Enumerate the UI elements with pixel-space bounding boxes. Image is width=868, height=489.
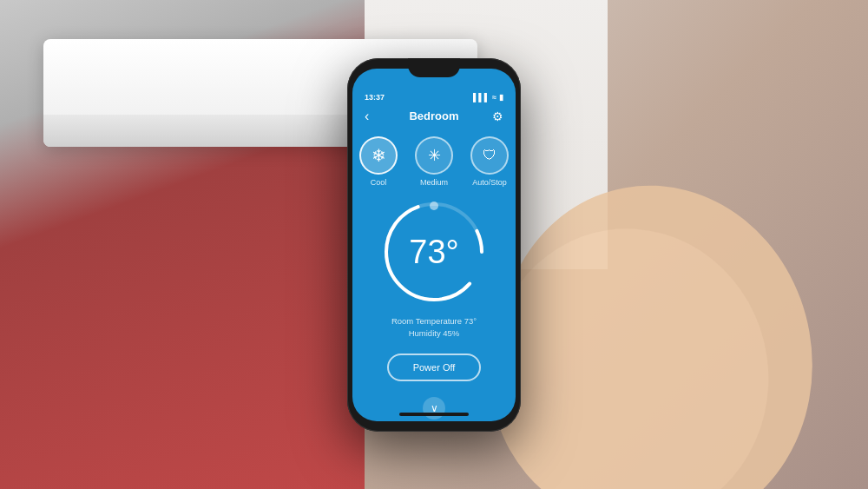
temperature-value: 73° xyxy=(409,235,458,268)
cool-icon: ❄ xyxy=(372,145,386,166)
mode-autostop[interactable]: 🛡 Auto/Stop xyxy=(470,136,509,187)
temp-display: 73° xyxy=(378,195,490,308)
autostop-icon-circle: 🛡 xyxy=(470,136,509,175)
battery-icon: ▮ xyxy=(499,93,503,102)
cool-label: Cool xyxy=(371,178,387,187)
cool-icon-circle: ❄ xyxy=(359,136,398,175)
phone: 13:37 ▌▌▌ ≈ ▮ ‹ Bedroom ⚙ ❄ Coo xyxy=(347,58,521,432)
phone-screen: 13:37 ▌▌▌ ≈ ▮ ‹ Bedroom ⚙ ❄ Coo xyxy=(352,69,516,421)
status-time: 13:37 xyxy=(365,93,385,102)
home-bar xyxy=(399,413,469,416)
back-button[interactable]: ‹ xyxy=(365,109,382,124)
chevron-down-icon[interactable]: ∨ xyxy=(423,397,445,420)
autostop-icon: 🛡 xyxy=(483,148,496,163)
room-title: Bedroom xyxy=(409,109,458,122)
medium-label: Medium xyxy=(420,178,448,187)
mode-cool[interactable]: ❄ Cool xyxy=(359,136,398,187)
phone-notch xyxy=(408,58,460,77)
app-header: ‹ Bedroom ⚙ xyxy=(352,105,516,131)
temp-info: Room Temperature 73° Humidity 45% xyxy=(391,315,477,340)
signal-icon: ▌▌▌ xyxy=(473,93,490,102)
chevron-row: ∨ xyxy=(352,393,516,421)
autostop-label: Auto/Stop xyxy=(472,178,507,187)
temperature-section: 73° Room Temperature 73° Humidity 45% xyxy=(352,195,516,340)
mode-row: ❄ Cool ✳ Medium 🛡 Auto/Stop xyxy=(352,131,516,195)
settings-button[interactable]: ⚙ xyxy=(486,109,503,123)
room-temp-label: Room Temperature 73° xyxy=(391,315,477,327)
wifi-icon: ≈ xyxy=(492,93,496,102)
status-icons: ▌▌▌ ≈ ▮ xyxy=(473,93,503,102)
power-off-button[interactable]: Power Off xyxy=(387,354,482,381)
temp-dial[interactable]: 73° xyxy=(378,195,490,308)
medium-icon-circle: ✳ xyxy=(415,136,453,175)
phone-body: 13:37 ▌▌▌ ≈ ▮ ‹ Bedroom ⚙ ❄ Coo xyxy=(347,58,521,432)
humidity-label: Humidity 45% xyxy=(391,327,477,340)
medium-icon: ✳ xyxy=(428,146,441,165)
mode-medium[interactable]: ✳ Medium xyxy=(415,136,453,187)
